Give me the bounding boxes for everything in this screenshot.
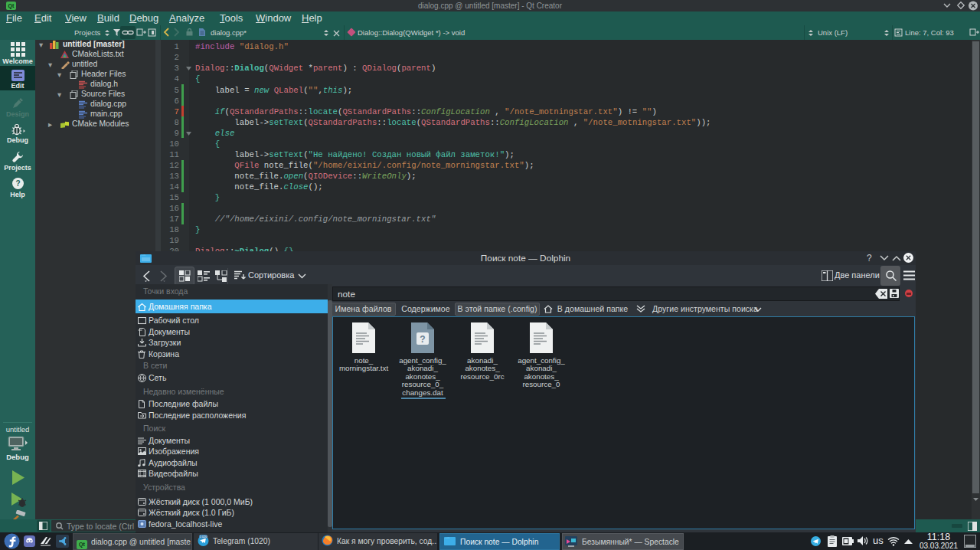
svg-text:?: ? [420,334,425,345]
svg-text:1 020: 1 020 [199,535,207,539]
svg-text:?: ? [15,179,20,188]
